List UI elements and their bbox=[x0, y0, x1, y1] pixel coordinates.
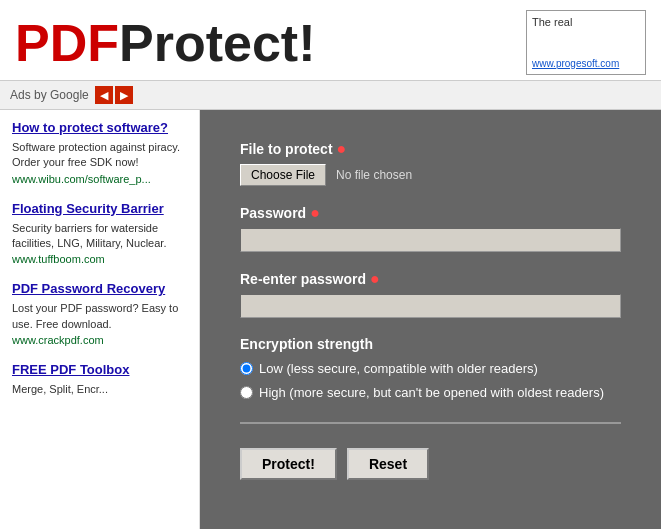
password-label-text: Password bbox=[240, 205, 306, 221]
header-ad-text: The real bbox=[532, 16, 640, 28]
reenter-required-dot: ● bbox=[370, 270, 380, 288]
file-label-text: File to protect bbox=[240, 141, 333, 157]
sidebar-ad-url-0: www.wibu.com/software_p... bbox=[12, 173, 187, 185]
file-field-group: File to protect ● Choose File No file ch… bbox=[240, 140, 621, 186]
ads-prev-button[interactable]: ◀ bbox=[95, 86, 113, 104]
sidebar-ad-url-1: www.tuffboom.com bbox=[12, 253, 187, 265]
reenter-label: Re-enter password ● bbox=[240, 270, 621, 288]
protect-button[interactable]: Protect! bbox=[240, 448, 337, 480]
radio-low-input[interactable] bbox=[240, 362, 253, 375]
button-row: Protect! Reset bbox=[240, 448, 621, 480]
reset-button[interactable]: Reset bbox=[347, 448, 429, 480]
password-field-group: Password ● bbox=[240, 204, 621, 252]
file-label: File to protect ● bbox=[240, 140, 621, 158]
sidebar-ad-url-2: www.crackpdf.com bbox=[12, 334, 187, 346]
sidebar-ad-desc-0: Software protection against piracy. Orde… bbox=[12, 140, 187, 171]
content-area: File to protect ● Choose File No file ch… bbox=[200, 110, 661, 529]
radio-low[interactable]: Low (less secure, compatible with older … bbox=[240, 360, 621, 378]
radio-group: Low (less secure, compatible with older … bbox=[240, 360, 621, 402]
password-label: Password ● bbox=[240, 204, 621, 222]
sidebar: How to protect software? Software protec… bbox=[0, 110, 200, 529]
sidebar-ad-desc-1: Security barriers for waterside faciliti… bbox=[12, 221, 187, 252]
radio-high[interactable]: High (more secure, but can't be opened w… bbox=[240, 384, 621, 402]
header: PDF Protect! The real www.progesoft.com bbox=[0, 0, 661, 81]
reenter-label-text: Re-enter password bbox=[240, 271, 366, 287]
choose-file-button[interactable]: Choose File bbox=[240, 164, 326, 186]
file-row: Choose File No file chosen bbox=[240, 164, 621, 186]
reenter-field-group: Re-enter password ● bbox=[240, 270, 621, 318]
radio-high-label: High (more secure, but can't be opened w… bbox=[259, 384, 604, 402]
sidebar-ad-title-0[interactable]: How to protect software? bbox=[12, 120, 187, 137]
no-file-text: No file chosen bbox=[336, 168, 412, 182]
sidebar-item-3: FREE PDF Toolbox Merge, Split, Encr... bbox=[12, 362, 187, 397]
radio-low-label: Low (less secure, compatible with older … bbox=[259, 360, 538, 378]
header-ad-link[interactable]: www.progesoft.com bbox=[532, 58, 640, 69]
encryption-field-group: Encryption strength Low (less secure, co… bbox=[240, 336, 621, 402]
divider bbox=[240, 422, 621, 424]
sidebar-item-2: PDF Password Recovery Lost your PDF pass… bbox=[12, 281, 187, 346]
ads-bar: Ads by Google ◀ ▶ bbox=[0, 81, 661, 110]
encryption-label: Encryption strength bbox=[240, 336, 621, 352]
main-layout: How to protect software? Software protec… bbox=[0, 110, 661, 529]
sidebar-ad-title-2[interactable]: PDF Password Recovery bbox=[12, 281, 187, 298]
ads-by-google-label: Ads by Google bbox=[10, 88, 89, 102]
radio-high-input[interactable] bbox=[240, 386, 253, 399]
sidebar-ad-desc-3: Merge, Split, Encr... bbox=[12, 382, 187, 397]
sidebar-ad-title-3[interactable]: FREE PDF Toolbox bbox=[12, 362, 187, 379]
file-required-dot: ● bbox=[337, 140, 347, 158]
logo: PDF Protect! bbox=[15, 17, 315, 69]
encryption-label-text: Encryption strength bbox=[240, 336, 373, 352]
password-input[interactable] bbox=[240, 228, 621, 252]
ads-nav: ◀ ▶ bbox=[95, 86, 133, 104]
sidebar-ad-desc-2: Lost your PDF password? Easy to use. Fre… bbox=[12, 301, 187, 332]
header-ad-box: The real www.progesoft.com bbox=[526, 10, 646, 75]
sidebar-item-0: How to protect software? Software protec… bbox=[12, 120, 187, 185]
sidebar-item-1: Floating Security Barrier Security barri… bbox=[12, 201, 187, 266]
logo-pdf: PDF bbox=[15, 17, 119, 69]
sidebar-ad-title-1[interactable]: Floating Security Barrier bbox=[12, 201, 187, 218]
logo-protect: Protect! bbox=[119, 17, 315, 69]
ads-next-button[interactable]: ▶ bbox=[115, 86, 133, 104]
reenter-password-input[interactable] bbox=[240, 294, 621, 318]
password-required-dot: ● bbox=[310, 204, 320, 222]
